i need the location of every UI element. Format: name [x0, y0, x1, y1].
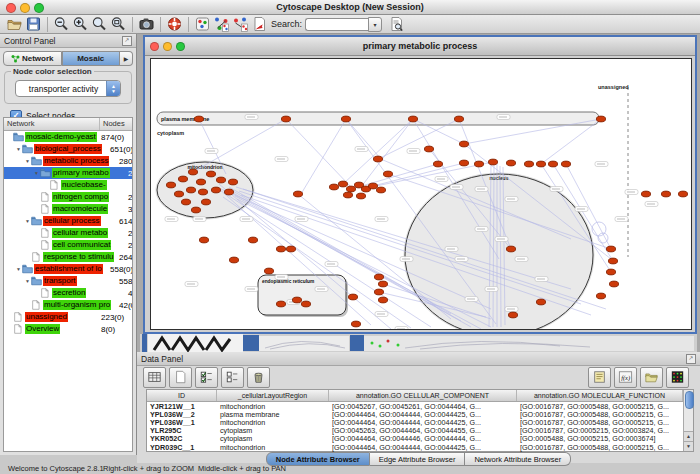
tree-row[interactable]: response to stimulu264(0) — [4, 251, 132, 263]
network-node[interactable] — [641, 191, 650, 197]
network-node[interactable] — [373, 156, 382, 162]
network-node[interactable] — [224, 189, 233, 195]
network-node[interactable] — [338, 181, 347, 187]
tree-col-nodes[interactable]: Nodes — [100, 118, 132, 130]
network-node[interactable] — [348, 294, 357, 300]
network-node[interactable] — [186, 187, 195, 193]
tree-row[interactable]: mosaic-demo-yeast874(0) — [4, 131, 132, 143]
tab-network[interactable]: Network — [3, 51, 62, 66]
new-attr-icon[interactable] — [169, 367, 192, 388]
network-node[interactable] — [661, 191, 670, 197]
network-node[interactable] — [596, 293, 605, 299]
network-node[interactable] — [194, 116, 203, 122]
network-node[interactable] — [178, 176, 187, 182]
expander-icon[interactable]: ▼ — [24, 218, 31, 224]
network-node[interactable] — [368, 183, 377, 189]
tree-row[interactable]: macromolecule311(0) — [4, 203, 132, 215]
search-input[interactable] — [305, 18, 368, 31]
tabs-overflow-button[interactable]: ▶ — [120, 51, 133, 66]
network-node[interactable] — [341, 116, 350, 122]
network-canvas[interactable]: plasma membranecytoplasmmitochondrionnuc… — [150, 58, 692, 330]
network-edge[interactable] — [541, 119, 601, 164]
network-node[interactable] — [506, 160, 515, 166]
column-header[interactable]: ID — [147, 390, 217, 401]
node-color-dropdown[interactable]: transporter activity ▲▼ — [15, 80, 121, 97]
scroll-down-button[interactable]: ▼ — [684, 441, 693, 451]
zoom-out-icon[interactable] — [52, 16, 71, 33]
tree-row[interactable]: secretion41(0) — [4, 287, 132, 299]
network-node[interactable] — [454, 116, 463, 122]
network-node[interactable] — [181, 199, 190, 205]
tree-row[interactable]: nitrogen compo209(0) — [4, 191, 132, 203]
float-panel-icon[interactable]: ↗ — [686, 354, 696, 364]
select-attr-icon[interactable] — [195, 367, 218, 388]
zoom-in-icon[interactable] — [71, 16, 90, 33]
import-attr-icon[interactable] — [640, 367, 663, 388]
network-node[interactable] — [329, 184, 338, 190]
network-node[interactable] — [508, 312, 517, 318]
tree-row[interactable]: ▼cellular process614(0) — [4, 215, 132, 227]
attr-table-icon[interactable] — [143, 367, 166, 388]
network-node[interactable] — [188, 169, 197, 175]
network-node[interactable] — [606, 269, 615, 275]
column-header[interactable]: _cellularLayoutRegion — [217, 390, 329, 401]
network-node[interactable] — [229, 257, 238, 263]
network-node[interactable] — [474, 161, 483, 167]
expander-icon[interactable]: ▼ — [24, 158, 31, 164]
network-node[interactable] — [228, 179, 237, 185]
tree-row[interactable]: cell communicat22(0) — [4, 239, 132, 251]
network-node[interactable] — [596, 116, 605, 122]
network-edge[interactable] — [286, 119, 351, 187]
network-node[interactable] — [199, 237, 208, 243]
tree-row[interactable]: Overview8(0) — [4, 323, 132, 335]
network-node[interactable] — [524, 161, 533, 167]
self-loop-edge[interactable] — [592, 222, 606, 236]
network-node[interactable] — [356, 193, 365, 199]
network-node[interactable] — [561, 161, 570, 167]
network-node[interactable] — [506, 246, 515, 252]
network-node[interactable] — [292, 297, 301, 303]
network-node[interactable] — [548, 161, 557, 167]
tree-row[interactable]: ▼primary metabo209(... — [4, 167, 132, 179]
tree-row[interactable]: ▼biological_process651(0) — [4, 143, 132, 155]
table-scrollbar[interactable]: ▲ ▼ — [683, 390, 693, 451]
function-builder-icon[interactable]: f(x) — [614, 367, 637, 388]
float-panel-icon[interactable]: ↗ — [122, 36, 132, 46]
layout-edges-icon[interactable] — [231, 16, 250, 33]
tree-col-network[interactable]: Network — [4, 118, 100, 130]
network-node[interactable] — [376, 187, 385, 193]
tree-row[interactable]: ▼establishment of lo558(0) — [4, 263, 132, 275]
region-plasma-membrane[interactable] — [157, 112, 599, 125]
network-node[interactable] — [281, 116, 290, 122]
tab-mosaic[interactable]: Mosaic — [62, 51, 121, 66]
network-node[interactable] — [198, 189, 207, 195]
network-node[interactable] — [459, 141, 468, 147]
network-node[interactable] — [678, 191, 687, 197]
network-node[interactable] — [536, 161, 545, 167]
expander-icon[interactable]: ▼ — [24, 278, 31, 284]
vizmapper-icon[interactable] — [193, 16, 212, 33]
network-node[interactable] — [206, 171, 215, 177]
network-node[interactable] — [608, 258, 617, 264]
search-options-icon[interactable] — [387, 16, 406, 33]
network-node[interactable] — [276, 301, 285, 307]
unselect-attr-icon[interactable] — [221, 367, 244, 388]
network-node[interactable] — [196, 179, 205, 185]
expander-icon[interactable]: ▼ — [15, 266, 22, 272]
network-node[interactable] — [346, 186, 355, 192]
scrollbar-thumb[interactable] — [685, 391, 694, 409]
open-icon[interactable] — [5, 16, 24, 33]
network-node[interactable] — [216, 177, 225, 183]
network-node[interactable] — [211, 187, 220, 193]
tree-row[interactable]: unassigned223(0) — [4, 311, 132, 323]
network-node[interactable] — [374, 289, 383, 295]
network-node[interactable] — [408, 116, 417, 122]
notes-icon[interactable] — [588, 367, 611, 388]
tree-row[interactable]: cellular metabo209(0) — [4, 227, 132, 239]
tree-row[interactable]: nucleobase-209(0) — [4, 179, 132, 191]
network-view-window[interactable]: primary metabolic process plasma membran… — [143, 35, 697, 334]
network-node[interactable] — [191, 207, 200, 213]
network-node[interactable] — [276, 246, 285, 252]
column-header[interactable]: annotation.GO MOLECULAR_FUNCTION — [517, 390, 683, 401]
network-node[interactable] — [293, 191, 302, 197]
